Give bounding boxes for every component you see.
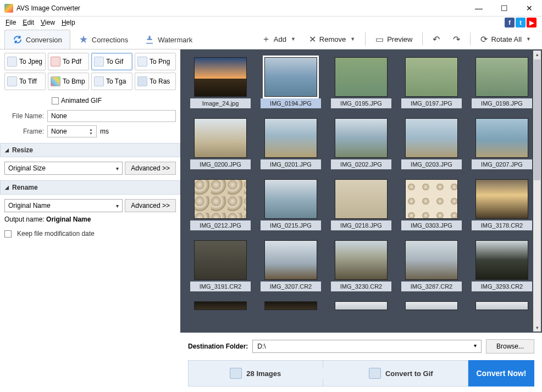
rotate-left-button[interactable]: ↶ (427, 32, 445, 47)
thumbnail-label: IMG_3191.CR2 (190, 281, 251, 291)
rotate-all-button[interactable]: ⟳Rotate All▼ (475, 32, 537, 47)
rotate-left-icon: ↶ (433, 34, 440, 45)
keep-date-label: Keep file modification date (17, 230, 95, 238)
tab-conversion-label: Conversion (26, 36, 62, 44)
thumbnail[interactable]: IMG_0303.JPG (401, 179, 462, 230)
thumbnail[interactable]: IMG_0198.JPG (472, 57, 532, 108)
thumbnail[interactable]: IMG_0197.JPG (401, 57, 462, 108)
thumbnail[interactable] (331, 301, 391, 310)
add-button[interactable]: ＋Add▼ (256, 31, 301, 47)
thumbnail-label: IMG_3287.CR2 (401, 281, 462, 291)
scrollbar-thumb[interactable] (534, 59, 540, 180)
format-pdf[interactable]: To Pdf (48, 53, 89, 70)
close-button[interactable]: ✕ (517, 0, 542, 16)
format-ras[interactable]: To Ras (135, 73, 176, 90)
thumbnail-image (264, 118, 317, 158)
thumbnail[interactable]: IMG_0194.JPG (261, 57, 321, 108)
thumbnail[interactable]: IMG_0207.JPG (472, 118, 532, 169)
animated-gif-label: Animated GIF (61, 97, 102, 104)
thumbnail-image (405, 179, 458, 219)
thumbnail[interactable]: IMG_0218.JPG (331, 179, 391, 230)
images-icon (230, 368, 242, 379)
twitter-icon[interactable]: t (516, 18, 526, 27)
thumbnail-image (475, 240, 528, 280)
chevron-down-icon[interactable]: ▼ (526, 36, 531, 42)
facebook-icon[interactable]: f (505, 18, 515, 27)
scrollbar[interactable] (533, 51, 541, 332)
format-bmp[interactable]: To Bmp (48, 73, 89, 90)
frame-unit: ms (100, 128, 109, 135)
maximize-button[interactable]: ☐ (491, 0, 517, 16)
format-tiff[interactable]: To Tiff (4, 73, 46, 90)
frame-label: Frame: (4, 128, 44, 135)
animated-gif-checkbox[interactable] (52, 97, 59, 104)
frame-spinner[interactable]: None▲▼ (47, 125, 97, 137)
toolbar: ＋Add▼ ✕Remove▼ ▭Preview ↶ ↷ ⟳Rotate All▼ (256, 29, 537, 49)
format-png[interactable]: To Png (135, 53, 176, 70)
chevron-down-icon[interactable]: ▼ (350, 36, 355, 42)
thumbnail-label: IMG_0215.JPG (261, 220, 321, 230)
tab-conversion[interactable]: Conversion (4, 30, 70, 49)
thumbnail-image (194, 118, 247, 158)
resize-header[interactable]: Resize (0, 143, 180, 157)
thumbnail-label: IMG_0212.JPG (190, 220, 251, 230)
thumbnail-image (405, 301, 458, 310)
titlebar: AVS Image Converter — ☐ ✕ (0, 0, 542, 16)
chevron-down-icon[interactable]: ▼ (291, 36, 296, 42)
thumbnail[interactable] (190, 301, 251, 310)
thumbnail[interactable]: IMG_0201.JPG (261, 118, 321, 169)
keep-date-checkbox[interactable] (4, 230, 12, 238)
menu-file[interactable]: File (2, 18, 19, 27)
thumbnail-image (475, 301, 528, 310)
menu-help[interactable]: Help (58, 18, 79, 27)
rename-header[interactable]: Rename (0, 180, 180, 195)
thumbnail-image (475, 118, 528, 158)
format-gif[interactable]: To Gif (91, 53, 132, 70)
thumbnail[interactable]: IMG_3191.CR2 (190, 240, 251, 291)
tab-corrections[interactable]: Corrections (70, 30, 136, 49)
thumbnail[interactable]: IMG_3207.CR2 (261, 240, 321, 291)
resize-advanced-button[interactable]: Advanced >> (125, 162, 176, 175)
thumbnail[interactable] (472, 301, 532, 310)
thumbnail[interactable]: IMG_0200.JPG (190, 118, 251, 169)
output-name-text: Output name: Original Name (4, 216, 176, 223)
format-jpeg[interactable]: To Jpeg (4, 53, 46, 70)
resize-combo[interactable]: Original Size (4, 162, 123, 175)
tga-icon (94, 76, 104, 86)
format-tga[interactable]: To Tga (91, 73, 132, 90)
thumbnail[interactable]: IMG_0212.JPG (190, 179, 251, 230)
jpeg-icon (7, 57, 17, 67)
menu-edit[interactable]: Edit (19, 18, 37, 27)
spin-arrows-icon[interactable]: ▲▼ (89, 128, 93, 135)
thumbnail[interactable]: IMG_3293.CR2 (472, 240, 532, 291)
preview-button[interactable]: ▭Preview (370, 32, 418, 47)
youtube-icon[interactable]: ▶ (527, 18, 537, 27)
rename-combo[interactable]: Original Name (4, 199, 123, 212)
thumbnail[interactable] (401, 301, 462, 310)
thumbnail-label: IMG_0197.JPG (401, 98, 462, 108)
dest-folder-combo[interactable]: D:\ (252, 340, 482, 353)
thumbnail-image (194, 179, 247, 219)
convert-button[interactable]: Convert Now! (468, 360, 534, 387)
filename-input[interactable]: None (47, 110, 176, 122)
thumbnail[interactable]: IMG_0195.JPG (331, 57, 391, 108)
thumbnail[interactable]: Image_24.jpg (190, 57, 251, 108)
filename-label: File Name: (4, 112, 44, 120)
thumbnail[interactable]: IMG_0215.JPG (261, 179, 321, 230)
minimize-button[interactable]: — (466, 0, 491, 16)
tab-watermark[interactable]: Watermark (136, 30, 201, 49)
thumbnail[interactable]: IMG_0203.JPG (401, 118, 462, 169)
rename-advanced-button[interactable]: Advanced >> (125, 199, 176, 212)
menu-view[interactable]: View (37, 18, 58, 27)
thumbnail[interactable]: IMG_3178.CR2 (472, 179, 532, 230)
thumbnail[interactable]: IMG_3230.CR2 (331, 240, 391, 291)
thumbnail-label: IMG_0201.JPG (261, 159, 321, 169)
rotate-icon: ⟳ (480, 34, 488, 45)
browse-button[interactable]: Browse... (486, 339, 534, 354)
thumbnail[interactable]: IMG_3287.CR2 (401, 240, 462, 291)
thumbnail[interactable] (261, 301, 321, 310)
thumbnail-image (405, 118, 458, 158)
thumbnail[interactable]: IMG_0202.JPG (331, 118, 391, 169)
remove-button[interactable]: ✕Remove▼ (303, 32, 361, 47)
rotate-right-button[interactable]: ↷ (447, 32, 466, 47)
